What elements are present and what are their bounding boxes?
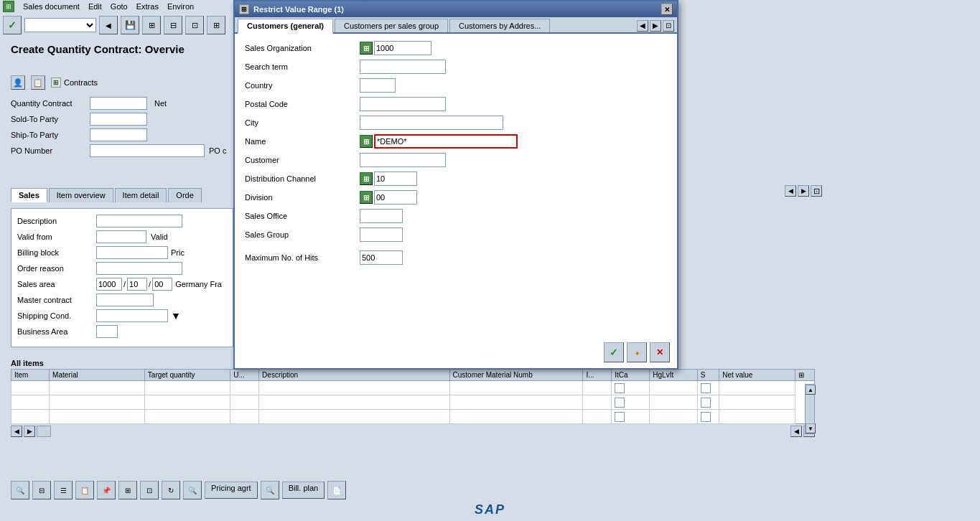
checkbox-itca3[interactable] — [615, 412, 625, 422]
tab-item-detail[interactable]: Item detail — [115, 188, 167, 202]
scroll-to-left[interactable]: ◀ — [790, 426, 802, 437]
col-settings[interactable]: ⊞ — [795, 370, 815, 381]
menu-goto[interactable]: Goto — [111, 2, 128, 11]
dialog-execute-btn[interactable]: ⬧ — [627, 342, 647, 362]
sold-to-input[interactable] — [90, 113, 147, 126]
dialog-tab-next[interactable]: ▶ — [650, 20, 661, 32]
menu-environ[interactable]: Environ — [167, 2, 194, 11]
scroll-left[interactable]: ◀ — [11, 426, 22, 437]
checkbox-s[interactable] — [701, 383, 711, 393]
input-sales-org[interactable] — [374, 41, 431, 55]
toolbar-list[interactable]: ☰ — [54, 481, 73, 499]
input-max-hits[interactable] — [360, 250, 403, 265]
col-target-qty: Target quantity — [144, 370, 230, 381]
cell-cust-mat — [449, 381, 583, 395]
cell-i — [583, 410, 612, 424]
toolbar-btn3[interactable]: ⊟ — [164, 16, 182, 34]
description-input[interactable] — [96, 215, 182, 227]
master-contract-row: Master contract — [17, 294, 227, 306]
dialog-confirm-btn[interactable]: ✓ — [604, 342, 624, 362]
tab-orde[interactable]: Orde — [168, 188, 201, 202]
sales-area-input2[interactable] — [127, 278, 147, 291]
cell-net-value — [719, 410, 795, 424]
toolbar-btn5[interactable]: ⊞ — [207, 16, 225, 34]
field-search-term: Search term — [245, 60, 667, 74]
toolbar-save[interactable]: 💾 — [121, 16, 139, 34]
input-postal-code[interactable] — [360, 97, 446, 111]
toolbar-back[interactable]: ◀ — [99, 16, 118, 34]
input-customer[interactable] — [360, 153, 446, 167]
toolbar-doc-btn[interactable]: 📄 — [327, 481, 346, 499]
checkbox-itca2[interactable] — [615, 398, 625, 408]
order-reason-input[interactable] — [96, 262, 182, 275]
menu-sales-document[interactable]: Sales document — [23, 2, 80, 11]
menu-edit[interactable]: Edit — [88, 2, 102, 11]
checkbox-itca[interactable] — [615, 383, 625, 393]
shipping-cond-dropdown[interactable]: ▼ — [171, 310, 181, 321]
valid-from-input[interactable] — [96, 230, 146, 243]
toolbar-zoom-in[interactable]: 🔍 — [11, 481, 29, 499]
toolbar-filter[interactable]: ⊞ — [118, 481, 137, 499]
input-wrapper-city — [360, 116, 503, 130]
dialog-tab-customers-sales[interactable]: Customers per sales group — [335, 19, 448, 32]
dialog-tab-prev[interactable]: ◀ — [637, 20, 648, 32]
tab-sales[interactable]: Sales — [11, 188, 47, 202]
input-division[interactable] — [374, 190, 417, 205]
checkbox-s3[interactable] — [701, 412, 711, 422]
input-search-term[interactable] — [360, 60, 446, 74]
shipping-cond-input[interactable] — [96, 309, 168, 322]
toolbar-check[interactable]: ✓ — [3, 16, 22, 34]
nav-expand[interactable]: ⊡ — [811, 185, 822, 197]
scroll-right[interactable]: ▶ — [24, 426, 35, 437]
scrollbar-down[interactable]: ▼ — [806, 423, 816, 433]
quantity-contract-label: Quantity Contract — [11, 99, 90, 108]
sales-area-input1[interactable] — [96, 278, 122, 291]
po-number-input[interactable] — [90, 144, 205, 157]
input-name[interactable] — [374, 134, 518, 149]
input-city[interactable] — [360, 116, 503, 130]
nav-right[interactable]: ▶ — [798, 185, 809, 197]
dialog-tab-customers-general[interactable]: Customers (general) — [238, 19, 333, 34]
dialog-tab-expand[interactable]: ⊡ — [663, 20, 674, 32]
billing-block-input[interactable] — [96, 246, 168, 259]
match-btn-name[interactable]: ⊞ — [360, 135, 373, 148]
master-contract-input[interactable] — [96, 294, 154, 306]
ship-to-input[interactable] — [90, 128, 147, 141]
bill-plan-btn[interactable]: Bill. plan — [282, 482, 325, 499]
dialog-titlebar: ⊞ Restrict Value Range (1) ✕ — [235, 1, 677, 17]
toolbar-search[interactable]: 🔍 — [183, 481, 202, 499]
quantity-contract-input[interactable] — [90, 97, 147, 110]
dialog-tab-customers-address[interactable]: Customers by Addres... — [449, 19, 550, 32]
toolbar-refresh[interactable]: ↻ — [162, 481, 180, 499]
toolbar-zoom-out[interactable]: ⊟ — [32, 481, 51, 499]
input-sales-group[interactable] — [360, 227, 403, 242]
scroll-thumb — [37, 426, 51, 437]
dialog-footer-close-btn[interactable]: ✕ — [650, 342, 670, 362]
pricing-agrt-btn[interactable]: Pricing agrt — [205, 482, 258, 499]
input-country[interactable] — [360, 78, 396, 93]
nav-left[interactable]: ◀ — [785, 185, 796, 197]
toolbar-btn4[interactable]: ⊡ — [185, 16, 204, 34]
tab-item-overview[interactable]: Item overview — [49, 188, 113, 202]
input-dist-channel[interactable] — [374, 172, 417, 186]
input-wrapper-division: ⊞ — [360, 190, 417, 205]
toolbar-select[interactable] — [24, 18, 96, 32]
scrollbar-up[interactable]: ▲ — [806, 385, 816, 395]
sales-area-label: Sales area — [17, 280, 96, 288]
match-btn-sales-org[interactable]: ⊞ — [360, 42, 373, 55]
contracts-btn[interactable]: ⊞ Contracts — [51, 78, 98, 88]
sales-area-input3[interactable] — [152, 278, 172, 291]
input-sales-office[interactable] — [360, 209, 403, 223]
match-btn-division[interactable]: ⊞ — [360, 191, 373, 204]
menu-extras[interactable]: Extras — [136, 2, 159, 11]
dialog-close-btn[interactable]: ✕ — [661, 4, 673, 15]
toolbar-paste[interactable]: 📌 — [97, 481, 116, 499]
business-area-input[interactable] — [96, 325, 118, 338]
toolbar-copy[interactable]: 📋 — [75, 481, 94, 499]
input-wrapper-search-term — [360, 60, 446, 74]
match-btn-dist-channel[interactable]: ⊞ — [360, 172, 373, 185]
toolbar-btn2[interactable]: ⊞ — [142, 16, 161, 34]
toolbar-settings[interactable]: ⊡ — [140, 481, 159, 499]
checkbox-s2[interactable] — [701, 398, 711, 408]
input-wrapper-name: ⊞ — [360, 134, 518, 149]
